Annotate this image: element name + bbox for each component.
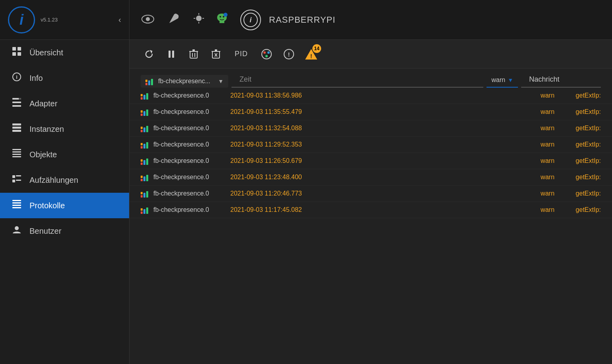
svg-point-50 bbox=[263, 51, 266, 54]
row-time: 2021-09-03 11:29:52.353 bbox=[230, 141, 537, 148]
warning-button[interactable]: ! 14 bbox=[303, 46, 320, 63]
log-row[interactable]: fb-checkpresence.0 2021-09-03 11:20:46.7… bbox=[129, 186, 612, 202]
collapse-button[interactable]: ‹ bbox=[118, 15, 121, 24]
log-row[interactable]: fb-checkpresence.0 2021-09-03 11:32:54.0… bbox=[129, 120, 612, 137]
svg-rect-3 bbox=[18, 52, 21, 56]
svg-rect-61 bbox=[145, 80, 147, 82]
adapter-icon-filter bbox=[145, 77, 155, 85]
instanzen-icon bbox=[11, 123, 22, 135]
log-row[interactable]: fb-checkpresence.0 2021-09-03 11:17:45.0… bbox=[129, 202, 612, 218]
svg-rect-76 bbox=[146, 142, 148, 149]
row-time: 2021-09-03 11:17:45.082 bbox=[230, 206, 537, 213]
benutzer-icon bbox=[11, 225, 22, 237]
version-label: v5.1.23 bbox=[41, 17, 58, 23]
row-adapter-icon bbox=[141, 141, 150, 149]
warning-badge: 14 bbox=[312, 44, 321, 53]
svg-rect-91 bbox=[143, 209, 145, 214]
source-filter-label: fb-checkpresenc... bbox=[158, 78, 210, 85]
row-level: warn bbox=[541, 174, 573, 181]
row-time: 2021-09-03 11:38:56.986 bbox=[230, 92, 537, 99]
sidebar-item-protokolle[interactable]: Protokolle bbox=[0, 193, 129, 218]
eye-icon[interactable] bbox=[139, 14, 157, 26]
svg-rect-90 bbox=[141, 211, 143, 214]
svg-point-49 bbox=[262, 49, 271, 59]
svg-rect-22 bbox=[12, 202, 21, 204]
grid-icon bbox=[11, 47, 22, 58]
sidebar-item-uebersicht[interactable]: Übersicht bbox=[0, 40, 129, 65]
row-message: getExtIp: bbox=[576, 108, 601, 115]
info-button[interactable]: ! bbox=[280, 46, 297, 63]
svg-rect-74 bbox=[141, 146, 143, 149]
aufzaehlungen-icon bbox=[11, 174, 22, 186]
sidebar: i v5.1.23 ‹ Übersicht i bbox=[0, 0, 129, 364]
log-rows: fb-checkpresence.0 2021-09-03 11:38:56.9… bbox=[129, 88, 612, 364]
adapter-icon bbox=[11, 98, 22, 109]
svg-rect-82 bbox=[141, 179, 143, 181]
sidebar-header: i v5.1.23 ‹ bbox=[0, 0, 129, 40]
svg-point-52 bbox=[265, 55, 268, 57]
svg-rect-0 bbox=[12, 47, 16, 51]
sidebar-item-aufzaehlungen[interactable]: Aufzählungen bbox=[0, 167, 129, 193]
row-time: 2021-09-03 11:26:50.679 bbox=[230, 157, 537, 164]
source-filter-chevron: ▼ bbox=[218, 78, 224, 84]
log-row[interactable]: fb-checkpresence.0 2021-09-03 11:35:55.4… bbox=[129, 104, 612, 120]
sidebar-item-label-uebersicht: Übersicht bbox=[29, 48, 63, 57]
sidebar-item-objekte[interactable]: Objekte bbox=[0, 142, 129, 167]
svg-rect-12 bbox=[12, 130, 21, 132]
row-adapter-icon bbox=[141, 124, 150, 132]
log-row[interactable]: fb-checkpresence.0 2021-09-03 11:26:50.6… bbox=[129, 153, 612, 169]
row-level: warn bbox=[541, 125, 573, 132]
row-adapter-icon bbox=[141, 173, 150, 181]
wrench-icon[interactable] bbox=[165, 13, 182, 27]
row-message: getExtIp: bbox=[576, 141, 601, 148]
svg-rect-63 bbox=[143, 95, 145, 100]
log-area: fb-checkpresenc... ▼ Zeit warn ▼ Nachric… bbox=[129, 68, 612, 364]
message-column-header: Nachricht bbox=[521, 75, 601, 88]
svg-rect-58 bbox=[145, 83, 147, 85]
brain-icon-wrapper[interactable] bbox=[216, 12, 228, 27]
row-level: warn bbox=[541, 157, 573, 164]
svg-rect-75 bbox=[143, 144, 145, 149]
sidebar-item-label-instanzen: Instanzen bbox=[29, 125, 64, 134]
svg-point-53 bbox=[268, 54, 270, 56]
svg-rect-38 bbox=[172, 51, 174, 58]
row-message: getExtIp: bbox=[576, 190, 601, 197]
sidebar-item-benutzer[interactable]: Benutzer bbox=[0, 218, 129, 244]
sidebar-item-adapter[interactable]: Adapter bbox=[0, 91, 129, 116]
svg-rect-73 bbox=[141, 127, 143, 129]
svg-rect-79 bbox=[143, 160, 145, 165]
svg-rect-85 bbox=[141, 176, 143, 178]
delete-button[interactable] bbox=[185, 46, 202, 63]
refresh-button[interactable] bbox=[141, 46, 157, 63]
log-row[interactable]: fb-checkpresence.0 2021-09-03 11:23:48.4… bbox=[129, 169, 612, 186]
svg-rect-68 bbox=[146, 110, 148, 116]
svg-rect-17 bbox=[12, 175, 15, 178]
row-message: getExtIp: bbox=[576, 206, 601, 213]
row-time: 2021-09-03 11:35:55.479 bbox=[230, 108, 537, 115]
sidebar-nav: Übersicht i Info Adapter bbox=[0, 40, 129, 244]
row-level: warn bbox=[541, 108, 573, 115]
brightness-icon[interactable] bbox=[190, 13, 208, 27]
info-circle-icon: i bbox=[11, 72, 22, 84]
pid-button[interactable]: PID bbox=[230, 48, 253, 60]
svg-rect-1 bbox=[18, 47, 21, 51]
svg-point-33 bbox=[220, 16, 221, 18]
svg-rect-93 bbox=[141, 208, 143, 211]
row-adapter-icon bbox=[141, 206, 150, 214]
pause-button[interactable] bbox=[163, 46, 180, 63]
delete-x-button[interactable] bbox=[208, 46, 224, 63]
log-row[interactable]: fb-checkpresence.0 2021-09-03 11:38:56.9… bbox=[129, 88, 612, 104]
svg-rect-2 bbox=[12, 52, 16, 56]
row-message: getExtIp: bbox=[576, 157, 601, 164]
svg-rect-64 bbox=[146, 93, 148, 100]
sidebar-item-info[interactable]: i Info bbox=[0, 65, 129, 91]
row-time: 2021-09-03 11:32:54.088 bbox=[230, 125, 537, 132]
svg-rect-10 bbox=[12, 123, 21, 125]
row-source: fb-checkpresence.0 bbox=[153, 92, 227, 99]
log-row[interactable]: fb-checkpresence.0 2021-09-03 11:29:52.3… bbox=[129, 137, 612, 153]
svg-text:!: ! bbox=[310, 53, 312, 59]
level-filter-dropdown[interactable]: warn ▼ bbox=[486, 74, 518, 88]
sidebar-item-instanzen[interactable]: Instanzen bbox=[0, 116, 129, 142]
palette-button[interactable] bbox=[258, 46, 275, 63]
source-filter-dropdown[interactable]: fb-checkpresenc... ▼ bbox=[141, 75, 228, 88]
